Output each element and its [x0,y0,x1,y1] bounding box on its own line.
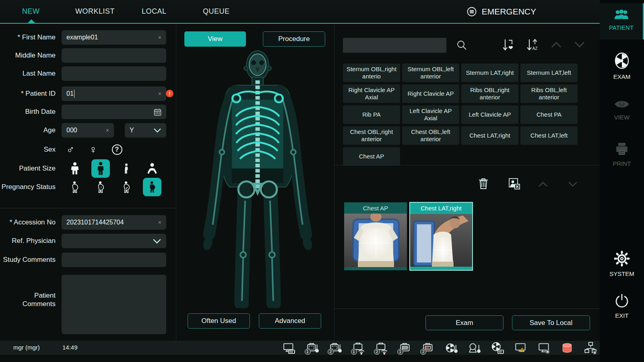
procedure-button[interactable]: Right Clavicle AP [402,84,459,103]
procedure-button[interactable]: Chest AP [343,147,400,166]
clear-icon[interactable]: × [158,90,161,97]
procedure-button[interactable]: Sternum OBL,left anterior [402,64,459,82]
sidebar-item-label: VIEW [600,114,644,121]
age-field[interactable]: 000 × [62,123,114,138]
clear-icon[interactable]: × [158,219,161,226]
middle-name-field[interactable] [62,48,166,63]
top-nav-bar: NEW WORKLIST LOCAL QUEUE EMERGENCY [0,0,600,23]
move-down-icon[interactable] [568,181,578,187]
pregnancy-pregnant-button[interactable] [143,178,161,196]
size-thin-button[interactable] [117,159,136,178]
sex-label: Sex [0,143,56,156]
sidebar-item-label: EXAM [600,73,644,80]
study-comments-label: Study Comments [0,253,56,267]
sex-female-icon[interactable]: ♀ [89,144,97,155]
detector-number-badge: 2 [420,349,426,355]
first-name-field[interactable]: example01 × [62,30,166,45]
scroll-up-icon[interactable] [551,41,562,48]
patient-id-label: * Patient ID [0,86,56,101]
procedure-button[interactable]: Chest LAT,left [520,126,578,145]
procedure-button[interactable]: Ribs OBL,right anterior [461,84,518,103]
scroll-down-icon[interactable] [574,41,585,48]
selected-view-thumbnail-active[interactable]: Chest LAT,right [409,202,473,271]
procedure-button[interactable]: Chest OBL,left anterior [402,126,459,145]
pregnancy-possible-icon [122,181,131,193]
radiation-icon [614,51,630,70]
chevron-down-icon [153,128,161,133]
procedure-button[interactable]: Ribs OBL,left anterior [520,84,578,103]
save-to-local-button[interactable]: Save To Local [512,315,590,330]
sex-male-icon[interactable]: ♂ [66,144,74,155]
size-large-button[interactable] [66,159,84,178]
tab-worklist[interactable]: WORKLIST [75,7,115,16]
procedure-button[interactable]: Chest OBL,right anterior [343,126,400,145]
birth-date-field[interactable] [62,105,166,119]
right-sidebar: PATIENT EXAM VIEW PRINT [600,0,644,362]
procedure-button[interactable]: Left Clavicle AP [461,105,518,124]
pregnancy-unknown-button[interactable]: ? [91,178,110,196]
search-icon[interactable] [456,39,467,51]
age-value: 000 [66,127,103,134]
sidebar-item-system[interactable]: SYSTEM [600,250,644,282]
view-tab-button[interactable]: View [184,31,246,47]
procedure-button[interactable]: Chest PA [520,105,578,124]
procedure-button[interactable]: Left Clavicle AP Axial [402,105,459,124]
last-name-field[interactable] [62,66,166,81]
form-divider [0,208,176,208]
clear-icon[interactable]: × [158,34,161,41]
sidebar-item-exam[interactable]: EXAM [600,51,644,84]
accession-no-field[interactable]: 2023101714425704 × [62,215,166,230]
tab-queue[interactable]: QUEUE [203,7,230,16]
pregnancy-none-button[interactable] [66,178,84,196]
often-used-button[interactable]: Often Used [188,313,250,329]
age-unit-select[interactable]: Y [125,123,166,138]
size-adult-button[interactable] [91,159,110,178]
procedure-button[interactable]: Rib PA [343,105,400,124]
detector-temperature-icon: 1 [306,341,320,355]
first-name-value: example01 [66,34,155,41]
detector-number-badge: 1 [351,349,357,355]
printer-icon [614,142,630,157]
pregnancy-possible-button[interactable] [117,178,136,196]
patient-id-alert-icon [166,90,173,97]
tab-new[interactable]: NEW [22,7,40,16]
sidebar-item-exit[interactable]: EXIT [600,293,644,325]
sort-az-icon[interactable]: AZ [526,38,538,52]
procedure-button[interactable]: Sternum LAT,right [461,64,518,82]
procedure-search-input[interactable] [343,38,446,53]
size-baby-button[interactable] [143,159,161,178]
logged-in-user: mgr (mgr) [13,344,40,351]
procedure-button[interactable]: Sternum LAT,left [520,64,578,82]
detector-number-badge: 1 [397,349,403,355]
exam-button[interactable]: Exam [425,315,504,330]
delete-view-icon[interactable] [477,177,489,190]
section-divider [334,165,600,165]
procedure-button[interactable]: Right Clavicle AP Axial [343,84,400,103]
sex-unknown-icon[interactable] [112,144,122,155]
sidebar-item-view[interactable]: VIEW [600,98,644,128]
procedure-button[interactable]: Chest LAT,right [461,126,518,145]
ref-physician-select[interactable] [62,234,166,248]
tab-local[interactable]: LOCAL [142,7,167,16]
emergency-label: EMERGENCY [482,7,536,16]
calendar-icon[interactable] [154,108,161,116]
section-divider [334,309,600,309]
patient-id-field[interactable]: 01 × [62,86,166,101]
body-map[interactable] [193,47,322,308]
procedure-tab-button[interactable]: Procedure [263,31,325,47]
sidebar-item-patient[interactable]: PATIENT [600,3,644,39]
emergency-button[interactable]: EMERGENCY [466,6,536,17]
patient-comments-textarea[interactable] [62,275,166,334]
status-time: 14:49 [62,344,78,351]
sort-favorite-icon[interactable] [502,38,514,52]
sidebar-item-print[interactable]: PRINT [600,142,644,174]
patient-size-label: Patient Size [0,161,56,176]
advanced-button[interactable]: Advanced [259,313,321,329]
clear-icon[interactable]: × [106,127,109,134]
selected-view-thumbnail[interactable]: Chest AP [344,202,407,270]
study-comments-field[interactable] [62,253,166,267]
procedure-button[interactable]: Sternum OBL,right anterio [343,64,400,82]
detector-signal-icon: 2 [375,341,389,355]
remove-patient-views-icon[interactable] [507,177,521,191]
move-up-icon[interactable] [538,181,548,187]
